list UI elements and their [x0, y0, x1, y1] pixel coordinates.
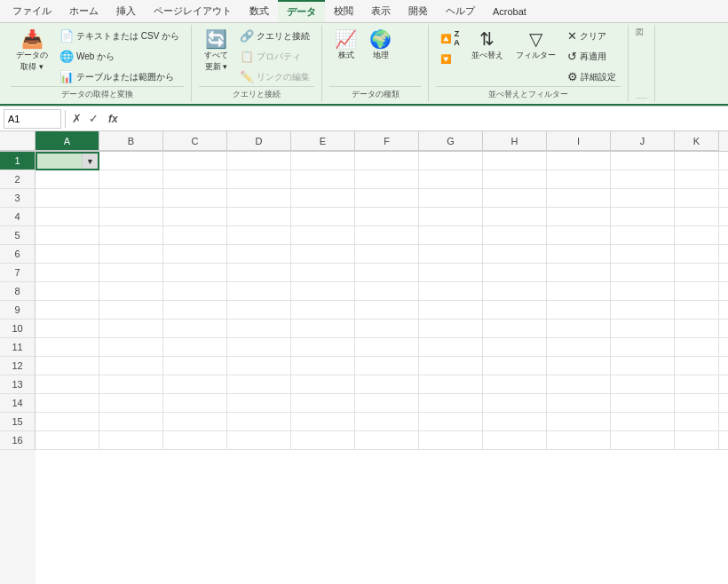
cell-b1[interactable] — [99, 152, 163, 170]
cell-a11[interactable] — [36, 338, 99, 357]
tab-page-layout[interactable]: ページレイアウト — [145, 0, 241, 22]
cell-ref-input[interactable] — [4, 109, 61, 129]
cell-k8[interactable] — [675, 282, 719, 301]
col-header-f[interactable]: F — [355, 131, 419, 151]
cell-i11[interactable] — [547, 338, 611, 357]
cell-e13[interactable] — [291, 375, 355, 394]
cell-c16[interactable] — [163, 431, 227, 450]
row-header-10[interactable]: 10 — [0, 320, 36, 338]
cell-a1[interactable]: ▼ 給与 おこづかい 買与 副業 その他収入 投資収入 — [36, 152, 99, 170]
cell-c4[interactable] — [163, 208, 227, 226]
cell-h3[interactable] — [483, 189, 547, 208]
cell-e2[interactable] — [291, 170, 355, 189]
cell-a9[interactable] — [36, 301, 99, 320]
cell-e8[interactable] — [291, 282, 355, 301]
cell-g10[interactable] — [419, 320, 483, 338]
cell-j12[interactable] — [611, 357, 675, 375]
cell-f12[interactable] — [355, 357, 419, 375]
btn-filter[interactable]: ▽ フィルター — [510, 27, 561, 65]
cell-e11[interactable] — [291, 338, 355, 357]
cell-a14[interactable] — [36, 394, 99, 413]
cell-a10[interactable] — [36, 320, 99, 338]
cell-h4[interactable] — [483, 208, 547, 226]
cell-k3[interactable] — [675, 189, 719, 208]
cell-b16[interactable] — [99, 431, 163, 450]
cell-j5[interactable] — [611, 226, 675, 245]
cell-g3[interactable] — [419, 189, 483, 208]
btn-refresh-all[interactable]: 🔄 すべて更新 ▾ — [199, 27, 233, 76]
cell-k14[interactable] — [675, 394, 719, 413]
btn-sort[interactable]: ⇅ 並べ替え — [466, 27, 509, 65]
cell-g9[interactable] — [419, 301, 483, 320]
cell-h14[interactable] — [483, 394, 547, 413]
btn-advanced[interactable]: ⚙ 詳細設定 — [563, 67, 621, 86]
cell-b9[interactable] — [99, 301, 163, 320]
tab-acrobat[interactable]: Acrobat — [484, 0, 535, 22]
cell-c10[interactable] — [163, 320, 227, 338]
cell-d4[interactable] — [227, 208, 291, 226]
cell-d2[interactable] — [227, 170, 291, 189]
cell-j11[interactable] — [611, 338, 675, 357]
cell-e14[interactable] — [291, 394, 355, 413]
cell-f5[interactable] — [355, 226, 419, 245]
cell-b8[interactable] — [99, 282, 163, 301]
cell-h8[interactable] — [483, 282, 547, 301]
cell-c11[interactable] — [163, 338, 227, 357]
cell-i3[interactable] — [547, 189, 611, 208]
cell-b13[interactable] — [99, 375, 163, 394]
tab-home[interactable]: ホーム — [60, 0, 107, 22]
cell-g15[interactable] — [419, 413, 483, 431]
cell-d16[interactable] — [227, 431, 291, 450]
row-header-7[interactable]: 7 — [0, 264, 36, 282]
cell-k16[interactable] — [675, 431, 719, 450]
col-header-d[interactable]: D — [227, 131, 291, 151]
cell-j16[interactable] — [611, 431, 675, 450]
col-header-b[interactable]: B — [99, 131, 163, 151]
cell-b5[interactable] — [99, 226, 163, 245]
col-header-g[interactable]: G — [419, 131, 483, 151]
row-header-4[interactable]: 4 — [0, 208, 36, 226]
cell-j2[interactable] — [611, 170, 675, 189]
cell-e15[interactable] — [291, 413, 355, 431]
cell-g11[interactable] — [419, 338, 483, 357]
cell-i14[interactable] — [547, 394, 611, 413]
btn-sort-asc[interactable]: 🔼 ZA — [436, 27, 464, 50]
tab-formulas[interactable]: 数式 — [241, 0, 278, 22]
btn-query-conn[interactable]: 🔗 クエリと接続 — [235, 27, 314, 45]
row-header-3[interactable]: 3 — [0, 189, 36, 208]
row-header-13[interactable]: 13 — [0, 375, 36, 394]
row-header-1[interactable]: 1 — [0, 152, 36, 170]
cell-k12[interactable] — [675, 357, 719, 375]
cell-k1[interactable] — [675, 152, 719, 170]
cell-b11[interactable] — [99, 338, 163, 357]
btn-sort-desc[interactable]: 🔽 — [436, 51, 464, 67]
btn-web[interactable]: 🌐 Web から — [55, 47, 184, 66]
col-header-i[interactable]: I — [547, 131, 611, 151]
cell-c15[interactable] — [163, 413, 227, 431]
cell-f8[interactable] — [355, 282, 419, 301]
cell-g6[interactable] — [419, 245, 483, 264]
cell-h7[interactable] — [483, 264, 547, 282]
cell-b14[interactable] — [99, 394, 163, 413]
cell-i7[interactable] — [547, 264, 611, 282]
cell-d5[interactable] — [227, 226, 291, 245]
cell-g16[interactable] — [419, 431, 483, 450]
cell-a12[interactable] — [36, 357, 99, 375]
col-header-h[interactable]: H — [483, 131, 547, 151]
cell-c3[interactable] — [163, 189, 227, 208]
cell-a15[interactable] — [36, 413, 99, 431]
cell-i15[interactable] — [547, 413, 611, 431]
cell-e4[interactable] — [291, 208, 355, 226]
col-header-j[interactable]: J — [611, 131, 675, 151]
cell-b4[interactable] — [99, 208, 163, 226]
cell-j14[interactable] — [611, 394, 675, 413]
row-header-14[interactable]: 14 — [0, 394, 36, 413]
cell-i5[interactable] — [547, 226, 611, 245]
cell-a3[interactable] — [36, 189, 99, 208]
cell-f4[interactable] — [355, 208, 419, 226]
cell-e12[interactable] — [291, 357, 355, 375]
cell-d3[interactable] — [227, 189, 291, 208]
cell-g12[interactable] — [419, 357, 483, 375]
tab-developer[interactable]: 開発 — [400, 0, 437, 22]
cell-c1[interactable] — [163, 152, 227, 170]
